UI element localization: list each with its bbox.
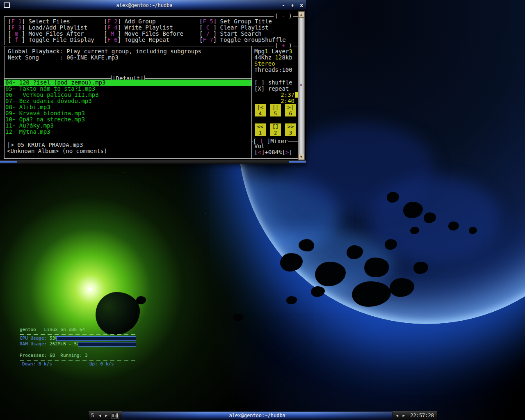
window-prev-icon[interactable]: ◀ [394,413,400,418]
spacer [20,347,136,353]
processes-label: Processes: [20,353,50,358]
ram-label: RAM Usage: [20,341,50,347]
menu-item-add-group[interactable]: [F 2] Add Group [104,18,199,25]
menu-panel: ( - ) [F 1] Select Files [F 2] Add Group… [4,16,299,45]
network-row: Down: 0 k/sUp: 0 k/s [20,361,136,367]
taskbar[interactable]: 5 ◀ ▶ alex@gentoo:~/hudba ◀ ▶ 22:57:28 [88,411,438,420]
volume-down-icon[interactable]: < [258,149,261,155]
forward-button[interactable]: >>3 [285,123,296,136]
menu-item-select-files[interactable]: [F 1] Select Files [8,18,104,25]
menu-item-toggle-file-display[interactable]: [ f ] Toggle File Display [8,37,104,43]
divider [20,360,136,361]
up-label: Up: [89,361,100,367]
close-button[interactable]: x [297,2,306,8]
album-info-status: <Unknown Album> (no comments) [7,148,107,154]
scroll-up-icon[interactable]: ▲ [298,11,304,18]
menu-item-toggle-repeat[interactable]: [F 6] Toggle Repeat [104,37,199,43]
rewind-button[interactable]: <<1 [255,123,266,136]
pager-icon[interactable] [111,413,119,419]
down-label: Down: [20,361,39,367]
repeat-toggle[interactable]: [X] repeat [254,86,289,92]
menu-item-load-playlist[interactable]: [F 3] Load/Add Playlist [8,25,104,31]
window-resize-bar[interactable] [0,160,306,164]
terminal-content[interactable]: ( - ) [F 1] Select Files [F 2] Add Group… [0,10,306,160]
next-track-button[interactable]: >|6 [285,104,296,116]
menu-item-clear-playlist[interactable]: [ C ] Clear Playlist [199,25,298,31]
up-label-group: Up: 0 k/s [89,361,114,367]
cpu-label: CPU Usage: [20,336,50,341]
menu-item-set-group-title[interactable]: [F 5] Set Group Title [199,18,298,25]
maximize-button[interactable]: + [288,2,297,8]
window-menu-icon[interactable] [4,2,10,8]
system-monitor-header: gentoo - Linux on x86_64 [20,327,136,333]
minimize-button[interactable]: - [279,2,288,8]
track-row[interactable]: 07- Bez udania dôvodu.mp3 [5,98,251,104]
stream-channels: Stereo [254,61,275,67]
transport-row-2: <<1 []2 >>3 [255,123,296,136]
resize-grip-right[interactable] [289,161,306,163]
scrollbar-grip[interactable] [300,84,302,86]
track-row[interactable]: 06- Ve?kou palicou III.mp3 [5,92,251,98]
up-value: 0 k/s [100,361,114,367]
workspace-number[interactable]: 5 [89,413,96,418]
down-value: 0 k/s [39,361,52,367]
track-row[interactable]: 09- Krvavá blondína.mp3 [5,110,251,116]
next-song-line: Next Song : 06-INE KAFE.mp3 [8,55,119,61]
stream-format: Mpg1 Layer3 [254,48,292,55]
track-row[interactable]: 12- Mýtna.mp3 [5,129,251,135]
volume-row: [<]+084%[>] [254,149,292,155]
terminal-scrollbar[interactable]: ▲ ▼ [298,11,305,160]
track-row[interactable]: 10- Opä? na streche.mp3 [5,116,251,123]
titlebar[interactable]: alex@gentoo:~/hudba - + x [0,0,306,10]
ram-usage-row: RAM Usage: 262MiB - 52% [20,341,136,347]
stream-rate: 44Khz 128kb [254,55,292,61]
transport-row-1: |<4 ||5 >|6 [255,104,296,116]
time-total: 2:40 [281,98,294,104]
workspace-prev-icon[interactable]: ◀ [96,413,103,418]
stream-threads: Threads:100 [254,67,292,73]
divider [20,334,136,335]
running-label: Running: [60,353,85,358]
asteroid [299,239,314,251]
volume-label: Vol [254,143,265,149]
ram-usage-bar [78,342,136,347]
time-elapsed: 2:37 [281,92,294,98]
system-monitor: gentoo - Linux on x86_64 CPU Usage: 53% … [20,327,136,367]
task-button[interactable]: alex@gentoo:~/hudba [122,411,393,420]
clock: 22:57:28 [407,413,437,418]
track-row[interactable]: 04- 120 ?ísel (pod zemou).mp3 [5,80,251,86]
cpu-usage-bar [56,336,136,341]
track-row[interactable]: 11- Au?áky.mp3 [5,123,251,129]
global-playback-line: Global Playback: Play current group, inc… [8,48,201,55]
running-value: 3 [85,353,88,358]
resize-grip-left[interactable] [0,161,17,163]
volume-value: +084% [265,149,282,155]
track-list: 04- 120 ?ísel (pod zemou).mp3 05- Takto … [5,80,251,135]
menu-item-write-playlist[interactable]: [F 4] Write Playlist [104,25,199,31]
menu-item-move-files-after[interactable]: [ m ] Move Files After [8,31,104,37]
workspace-next-icon[interactable]: ▶ [103,413,110,418]
menu-collapse-indicator[interactable]: ( - ) [274,13,293,19]
window-next-icon[interactable]: ▶ [400,413,407,418]
stop-button[interactable]: []2 [270,123,281,136]
controls-pane: Mpg1 Layer3 44Khz 128kb Stereo Threads:1… [251,46,299,158]
asteroid [364,258,389,277]
playlist-pane: Global Playback: Play current group, inc… [5,46,251,158]
pause-button[interactable]: ||5 [270,104,281,116]
menu-grid: [F 1] Select Files [F 2] Add Group [F 5]… [5,17,298,43]
ram-value: 262MiB - 52% [50,341,82,347]
status-separator [5,140,251,140]
now-playing-status: |> 05-KRUTA PRAVDA.mp3 [7,142,83,148]
player-panel: ( + ) Global Playback: Play current grou… [4,46,299,159]
prev-track-button[interactable]: |<4 [255,104,266,116]
menu-item-start-search[interactable]: [ / ] Start Search [199,31,298,37]
scroll-down-icon[interactable]: ▼ [298,154,304,160]
cpu-usage-row: CPU Usage: 53% [20,336,136,341]
shuffle-toggle[interactable]: [ ] shuffle [254,80,292,86]
menu-item-move-files-before[interactable]: [ M ] Move Files Before [104,31,199,37]
terminal-window[interactable]: alex@gentoo:~/hudba - + x ( - ) [F 1] Se… [0,0,306,164]
track-row[interactable]: 08- Alibi.mp3 [5,104,251,110]
track-row[interactable]: 05- Takto nám to sta?í.mp3 [5,86,251,92]
processes-value: 68 [50,353,55,358]
window-title: alex@gentoo:~/hudba [10,2,279,8]
